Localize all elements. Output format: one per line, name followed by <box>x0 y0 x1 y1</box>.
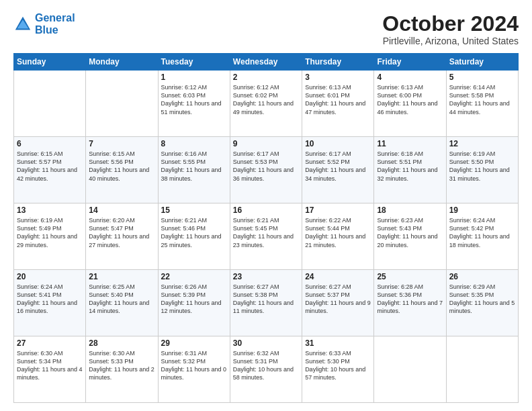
day-number: 6 <box>17 139 83 148</box>
calendar-cell: 4Sunrise: 6:13 AM Sunset: 6:00 PM Daylig… <box>374 71 446 137</box>
day-number: 22 <box>161 272 227 281</box>
logo-line2: Blue <box>35 24 58 36</box>
cell-info: Sunrise: 6:27 AM Sunset: 5:38 PM Dayligh… <box>233 283 299 316</box>
location: Pirtleville, Arizona, United States <box>382 36 519 46</box>
calendar-cell: 9Sunrise: 6:17 AM Sunset: 5:53 PM Daylig… <box>230 137 302 203</box>
calendar-cell: 21Sunrise: 6:25 AM Sunset: 5:40 PM Dayli… <box>86 270 158 336</box>
calendar-cell: 3Sunrise: 6:13 AM Sunset: 6:01 PM Daylig… <box>302 71 374 137</box>
calendar-week-4: 20Sunrise: 6:24 AM Sunset: 5:41 PM Dayli… <box>14 270 519 336</box>
title-area: October 2024 Pirtleville, Arizona, Unite… <box>382 12 519 46</box>
calendar-cell: 10Sunrise: 6:17 AM Sunset: 5:52 PM Dayli… <box>302 137 374 203</box>
calendar-cell: 15Sunrise: 6:21 AM Sunset: 5:46 PM Dayli… <box>158 203 230 270</box>
col-monday: Monday <box>86 54 158 71</box>
cell-info: Sunrise: 6:24 AM Sunset: 5:42 PM Dayligh… <box>449 216 515 249</box>
day-number: 13 <box>17 205 83 215</box>
cell-info: Sunrise: 6:24 AM Sunset: 5:41 PM Dayligh… <box>17 283 83 316</box>
cell-info: Sunrise: 6:16 AM Sunset: 5:55 PM Dayligh… <box>161 150 227 183</box>
col-thursday: Thursday <box>302 54 374 71</box>
logo: General Blue <box>13 12 75 36</box>
col-saturday: Saturday <box>446 54 518 71</box>
day-number: 17 <box>305 205 371 215</box>
cell-info: Sunrise: 6:12 AM Sunset: 6:02 PM Dayligh… <box>233 83 299 116</box>
calendar-cell: 25Sunrise: 6:28 AM Sunset: 5:36 PM Dayli… <box>374 270 446 336</box>
logo-icon <box>13 15 32 34</box>
cell-info: Sunrise: 6:14 AM Sunset: 5:58 PM Dayligh… <box>449 83 515 116</box>
cell-info: Sunrise: 6:32 AM Sunset: 5:31 PM Dayligh… <box>233 349 299 382</box>
day-number: 18 <box>377 205 443 215</box>
day-number: 14 <box>89 205 154 215</box>
day-number: 15 <box>161 205 227 215</box>
cell-info: Sunrise: 6:23 AM Sunset: 5:43 PM Dayligh… <box>377 216 443 249</box>
cell-info: Sunrise: 6:30 AM Sunset: 5:34 PM Dayligh… <box>17 349 83 382</box>
calendar-cell: 1Sunrise: 6:12 AM Sunset: 6:03 PM Daylig… <box>158 71 230 137</box>
calendar-cell: 5Sunrise: 6:14 AM Sunset: 5:58 PM Daylig… <box>446 71 518 137</box>
cell-info: Sunrise: 6:21 AM Sunset: 5:46 PM Dayligh… <box>161 216 227 249</box>
day-number: 7 <box>89 139 154 148</box>
cell-info: Sunrise: 6:30 AM Sunset: 5:33 PM Dayligh… <box>89 349 154 382</box>
calendar-cell: 12Sunrise: 6:19 AM Sunset: 5:50 PM Dayli… <box>446 137 518 203</box>
day-number: 9 <box>233 139 299 148</box>
day-number: 28 <box>89 338 154 348</box>
calendar-cell: 8Sunrise: 6:16 AM Sunset: 5:55 PM Daylig… <box>158 137 230 203</box>
day-number: 21 <box>89 272 154 281</box>
cell-info: Sunrise: 6:33 AM Sunset: 5:30 PM Dayligh… <box>305 349 371 382</box>
calendar-cell <box>446 336 518 403</box>
calendar-cell: 2Sunrise: 6:12 AM Sunset: 6:02 PM Daylig… <box>230 71 302 137</box>
day-number: 12 <box>449 139 515 148</box>
calendar-cell: 7Sunrise: 6:15 AM Sunset: 5:56 PM Daylig… <box>86 137 158 203</box>
header: General Blue October 2024 Pirtleville, A… <box>13 12 519 46</box>
cell-info: Sunrise: 6:31 AM Sunset: 5:32 PM Dayligh… <box>161 349 227 382</box>
calendar-cell: 18Sunrise: 6:23 AM Sunset: 5:43 PM Dayli… <box>374 203 446 270</box>
calendar-cell: 28Sunrise: 6:30 AM Sunset: 5:33 PM Dayli… <box>86 336 158 403</box>
calendar-cell: 20Sunrise: 6:24 AM Sunset: 5:41 PM Dayli… <box>14 270 86 336</box>
day-number: 1 <box>161 73 227 82</box>
day-number: 26 <box>449 272 515 281</box>
cell-info: Sunrise: 6:17 AM Sunset: 5:53 PM Dayligh… <box>233 150 299 183</box>
day-number: 23 <box>233 272 299 281</box>
day-number: 11 <box>377 139 443 148</box>
calendar-cell: 14Sunrise: 6:20 AM Sunset: 5:47 PM Dayli… <box>86 203 158 270</box>
calendar-cell: 6Sunrise: 6:15 AM Sunset: 5:57 PM Daylig… <box>14 137 86 203</box>
calendar-cell: 27Sunrise: 6:30 AM Sunset: 5:34 PM Dayli… <box>14 336 86 403</box>
calendar-cell <box>14 71 86 137</box>
header-row: Sunday Monday Tuesday Wednesday Thursday… <box>14 54 519 71</box>
cell-info: Sunrise: 6:13 AM Sunset: 6:01 PM Dayligh… <box>305 83 371 116</box>
cell-info: Sunrise: 6:19 AM Sunset: 5:50 PM Dayligh… <box>449 150 515 183</box>
cell-info: Sunrise: 6:20 AM Sunset: 5:47 PM Dayligh… <box>89 216 154 249</box>
day-number: 4 <box>377 73 443 82</box>
day-number: 5 <box>449 73 515 82</box>
day-number: 16 <box>233 205 299 215</box>
col-tuesday: Tuesday <box>158 54 230 71</box>
cell-info: Sunrise: 6:21 AM Sunset: 5:45 PM Dayligh… <box>233 216 299 249</box>
cell-info: Sunrise: 6:15 AM Sunset: 5:56 PM Dayligh… <box>89 150 154 183</box>
calendar-cell <box>86 71 158 137</box>
calendar-cell: 29Sunrise: 6:31 AM Sunset: 5:32 PM Dayli… <box>158 336 230 403</box>
calendar-cell: 19Sunrise: 6:24 AM Sunset: 5:42 PM Dayli… <box>446 203 518 270</box>
cell-info: Sunrise: 6:15 AM Sunset: 5:57 PM Dayligh… <box>17 150 83 183</box>
col-friday: Friday <box>374 54 446 71</box>
day-number: 19 <box>449 205 515 215</box>
logo-line1: General <box>35 12 75 24</box>
calendar-table: Sunday Monday Tuesday Wednesday Thursday… <box>13 53 519 403</box>
calendar-cell: 13Sunrise: 6:19 AM Sunset: 5:49 PM Dayli… <box>14 203 86 270</box>
day-number: 27 <box>17 338 83 348</box>
cell-info: Sunrise: 6:22 AM Sunset: 5:44 PM Dayligh… <box>305 216 371 249</box>
calendar-cell: 23Sunrise: 6:27 AM Sunset: 5:38 PM Dayli… <box>230 270 302 336</box>
day-number: 3 <box>305 73 371 82</box>
calendar-cell: 30Sunrise: 6:32 AM Sunset: 5:31 PM Dayli… <box>230 336 302 403</box>
cell-info: Sunrise: 6:18 AM Sunset: 5:51 PM Dayligh… <box>377 150 443 183</box>
day-number: 20 <box>17 272 83 281</box>
day-number: 30 <box>233 338 299 348</box>
calendar-cell <box>374 336 446 403</box>
calendar-week-2: 6Sunrise: 6:15 AM Sunset: 5:57 PM Daylig… <box>14 137 519 203</box>
cell-info: Sunrise: 6:13 AM Sunset: 6:00 PM Dayligh… <box>377 83 443 116</box>
cell-info: Sunrise: 6:29 AM Sunset: 5:35 PM Dayligh… <box>449 283 515 316</box>
page: General Blue October 2024 Pirtleville, A… <box>0 0 532 411</box>
cell-info: Sunrise: 6:26 AM Sunset: 5:39 PM Dayligh… <box>161 283 227 316</box>
calendar-cell: 22Sunrise: 6:26 AM Sunset: 5:39 PM Dayli… <box>158 270 230 336</box>
calendar-cell: 24Sunrise: 6:27 AM Sunset: 5:37 PM Dayli… <box>302 270 374 336</box>
calendar-cell: 11Sunrise: 6:18 AM Sunset: 5:51 PM Dayli… <box>374 137 446 203</box>
day-number: 29 <box>161 338 227 348</box>
day-number: 2 <box>233 73 299 82</box>
logo-text: General Blue <box>35 12 75 36</box>
